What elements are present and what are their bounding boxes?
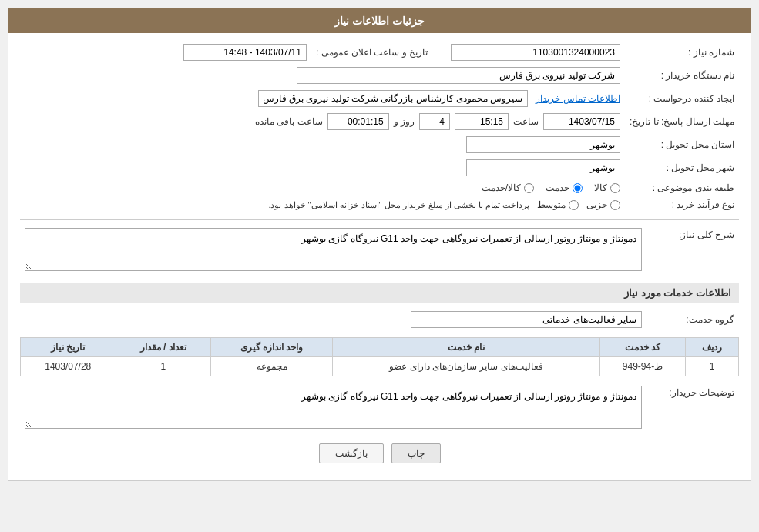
remaining-label: ساعت باقی مانده xyxy=(255,116,323,127)
cell-name: فعالیت‌های سایر سازمان‌های دارای عضو xyxy=(333,357,600,376)
service-group-table: گروه خدمت: xyxy=(20,308,739,331)
province-label: استان محل تحویل : xyxy=(625,133,739,156)
response-date-input[interactable] xyxy=(543,113,620,130)
announce-date-label: تاریخ و ساعت اعلان عمومی : xyxy=(311,41,432,64)
purchase-type-motavasset[interactable]: متوسط xyxy=(537,199,579,210)
category-kala-option[interactable]: کالا xyxy=(594,182,620,193)
buyer-desc-table: توضیحات خریدار: xyxy=(20,383,739,434)
need-desc-textarea[interactable] xyxy=(25,228,642,271)
col-header-date: تاریخ نیاز xyxy=(21,338,116,357)
day-label: روز و xyxy=(394,116,415,127)
button-row: چاپ بازگشت xyxy=(20,443,739,463)
creator-link[interactable]: اطلاعات تماس خریدار xyxy=(536,93,620,104)
col-header-qty: تعداد / مقدار xyxy=(116,338,210,357)
table-row: 1 ط-94-949 فعالیت‌های سایر سازمان‌های دا… xyxy=(21,357,739,376)
need-number-input[interactable] xyxy=(451,44,620,61)
col-header-name: نام خدمت xyxy=(333,338,600,357)
category-label: طبقه بندی موضوعی : xyxy=(625,179,739,196)
need-number-label: شماره نیاز : xyxy=(625,41,739,64)
back-button[interactable]: بازگشت xyxy=(319,443,384,463)
col-header-code: کد خدمت xyxy=(599,338,685,357)
col-header-unit: واحد اندازه گیری xyxy=(210,338,332,357)
category-khedmat-option[interactable]: خدمت xyxy=(546,182,583,193)
col-header-row: ردیف xyxy=(686,338,739,357)
creator-input[interactable] xyxy=(258,90,528,107)
cell-code: ط-94-949 xyxy=(599,357,685,376)
announce-date-input[interactable] xyxy=(183,44,307,61)
buyer-desc-textarea[interactable] xyxy=(25,386,642,429)
buyer-input[interactable] xyxy=(297,67,620,84)
purchase-type-jozi[interactable]: جزیی xyxy=(586,199,620,210)
city-label: شهر محل تحویل : xyxy=(625,156,739,179)
services-section-title: اطلاعات خدمات مورد نیاز xyxy=(20,283,739,303)
response-days-input[interactable] xyxy=(419,113,450,130)
province-input[interactable] xyxy=(466,136,620,153)
deadline-label: مهلت ارسال پاسخ: تا تاریخ: xyxy=(625,110,739,133)
hour-label: ساعت xyxy=(513,116,539,127)
category-kala-khedmat-option[interactable]: کالا/خدمت xyxy=(482,182,534,193)
page-header: جزئیات اطلاعات نیاز xyxy=(8,8,751,33)
page-title: جزئیات اطلاعات نیاز xyxy=(334,15,425,27)
service-group-label: گروه خدمت: xyxy=(646,308,739,331)
info-table: شماره نیاز : تاریخ و ساعت اعلان عمومی : … xyxy=(20,41,739,213)
response-time-input[interactable] xyxy=(455,113,509,130)
purchase-type-label: نوع فرآیند خرید : xyxy=(625,196,739,213)
buyer-desc-label: توضیحات خریدار: xyxy=(646,383,739,434)
city-input[interactable] xyxy=(466,159,620,176)
need-desc-label: شرح کلی نیاز: xyxy=(646,225,739,276)
need-desc-table: شرح کلی نیاز: xyxy=(20,225,739,276)
cell-qty: 1 xyxy=(116,357,210,376)
cell-row: 1 xyxy=(686,357,739,376)
purchase-type-note: پرداخت تمام یا بخشی از مبلغ خریدار محل "… xyxy=(268,200,529,210)
service-group-input[interactable] xyxy=(411,311,642,328)
cell-date: 1403/07/28 xyxy=(21,357,116,376)
remaining-input[interactable] xyxy=(327,113,389,130)
print-button[interactable]: چاپ xyxy=(391,443,441,463)
cell-unit: مجموعه xyxy=(210,357,332,376)
creator-label: ایجاد کننده درخواست : xyxy=(625,87,739,110)
services-table: ردیف کد خدمت نام خدمت واحد اندازه گیری ت… xyxy=(20,337,739,376)
buyer-label: نام دستگاه خریدار : xyxy=(625,64,739,87)
